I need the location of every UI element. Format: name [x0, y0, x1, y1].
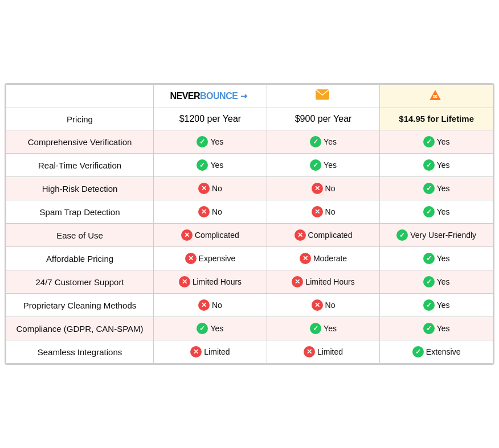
checkmark-icon: ✓ — [423, 323, 435, 334]
feature-cell: Ease of Use — [6, 224, 154, 247]
cross-no: ✕ Limited — [190, 346, 230, 357]
crossmark-icon: ✕ — [179, 276, 190, 287]
checkmark-icon: ✓ — [423, 136, 435, 147]
check-yes: ✓ Yes — [423, 253, 450, 264]
checkmark-icon: ✓ — [423, 206, 435, 217]
table-row: High-Risk Detection ✕ No ✕ No ✓ Yes — [6, 177, 493, 200]
cross-no: ✕ No — [198, 183, 222, 194]
table-cell: ✕ No — [154, 294, 267, 317]
neverbounce-header: NEVERBOUNCE — [154, 85, 267, 108]
check-yes: ✓ Extensive — [412, 346, 461, 357]
checkmark-icon: ✓ — [310, 323, 321, 334]
table-cell: ✕ Expensive — [154, 247, 267, 270]
feature-cell: Compliance (GDPR, CAN-SPAM) — [6, 317, 154, 340]
table-cell: $14.95 for Lifetime — [380, 108, 493, 130]
table-cell: ✕ Complicated — [267, 224, 380, 247]
table-row: Comprehensive Verification ✓ Yes ✓ Yes ✓… — [6, 130, 493, 154]
sendvalid-icon: ✉ — [429, 89, 441, 103]
neverbounce-arrow-icon — [241, 93, 250, 99]
check-yes: ✓ Yes — [310, 323, 337, 334]
table-cell: ✓ Yes — [154, 317, 267, 340]
table-cell: ✕ Limited Hours — [154, 270, 267, 294]
feature-column-header — [6, 85, 154, 108]
zerobounce-envelope-icon — [316, 89, 329, 102]
crossmark-icon: ✕ — [312, 183, 323, 194]
cross-no: ✕ No — [312, 183, 336, 194]
table-cell: ✓ Yes — [380, 130, 493, 154]
table-cell: $900 per Year — [267, 108, 380, 130]
sendvalid-header: ✉ — [380, 85, 493, 108]
zerobounce-header — [267, 85, 380, 108]
checkmark-icon: ✓ — [197, 136, 208, 147]
table-cell: ✓ Yes — [267, 154, 380, 177]
check-yes: ✓ Yes — [423, 206, 450, 217]
checkmark-icon: ✓ — [197, 323, 208, 334]
neverbounce-logo: NEVERBOUNCE — [170, 91, 250, 101]
crossmark-icon: ✕ — [185, 253, 197, 264]
table-cell: ✕ No — [267, 177, 380, 200]
cross-no: ✕ No — [198, 206, 222, 217]
table-cell: ✓ Yes — [380, 177, 493, 200]
crossmark-icon: ✕ — [181, 229, 193, 241]
table-cell: ✕ Limited Hours — [267, 270, 380, 294]
table-cell: ✓ Yes — [380, 247, 493, 270]
check-yes: ✓ Yes — [310, 159, 337, 171]
cross-no: ✕ Limited Hours — [292, 276, 354, 287]
feature-cell: Spam Trap Detection — [6, 200, 154, 224]
check-yes: ✓ Yes — [423, 276, 450, 287]
table-row: 24/7 Customer Support ✕ Limited Hours ✕ … — [6, 270, 493, 294]
crossmark-icon: ✕ — [312, 206, 323, 217]
cross-no: ✕ Limited — [304, 346, 343, 357]
table-row: Compliance (GDPR, CAN-SPAM) ✓ Yes ✓ Yes … — [6, 317, 493, 340]
table-cell: ✓ Extensive — [380, 340, 493, 364]
table-cell: ✕ No — [267, 200, 380, 224]
feature-cell: High-Risk Detection — [6, 177, 154, 200]
table-row: Pricing $1200 per Year $900 per Year $14… — [6, 108, 493, 130]
checkmark-icon: ✓ — [423, 299, 435, 311]
cross-no: ✕ Expensive — [185, 253, 236, 264]
cross-no: ✕ No — [312, 206, 336, 217]
crossmark-icon: ✕ — [300, 253, 311, 264]
feature-cell: Proprietary Cleaning Methods — [6, 294, 154, 317]
check-yes: ✓ Yes — [310, 136, 337, 147]
feature-cell: 24/7 Customer Support — [6, 270, 154, 294]
crossmark-icon: ✕ — [198, 183, 210, 194]
crossmark-icon: ✕ — [295, 229, 306, 241]
crossmark-icon: ✕ — [304, 346, 315, 357]
table-cell: ✕ Limited — [154, 340, 267, 364]
checkmark-icon: ✓ — [423, 253, 435, 264]
check-yes: ✓ Yes — [423, 136, 450, 147]
table-cell: ✓ Yes — [380, 200, 493, 224]
table-cell: ✕ Limited — [267, 340, 380, 364]
table-cell: ✓ Yes — [380, 317, 493, 340]
check-yes: ✓ Yes — [423, 323, 450, 334]
table-row: Seamless Integrations ✕ Limited ✕ Limite… — [6, 340, 493, 364]
sendvalid-price: $14.95 for Lifetime — [399, 114, 474, 124]
check-yes: ✓ Yes — [423, 159, 450, 171]
checkmark-icon: ✓ — [423, 276, 435, 287]
table-row: Real-Time Verification ✓ Yes ✓ Yes ✓ Yes — [6, 154, 493, 177]
checkmark-icon: ✓ — [310, 159, 321, 171]
feature-cell: Affordable Pricing — [6, 247, 154, 270]
feature-cell: Comprehensive Verification — [6, 130, 154, 154]
cross-no: ✕ No — [198, 299, 222, 311]
check-yes: ✓ Yes — [197, 159, 223, 171]
table-cell: ✓ Yes — [267, 317, 380, 340]
check-yes: ✓ Yes — [423, 183, 450, 194]
checkmark-icon: ✓ — [310, 136, 321, 147]
checkmark-icon: ✓ — [423, 183, 435, 194]
table-cell: ✕ No — [154, 177, 267, 200]
table-cell: ✓ Yes — [380, 270, 493, 294]
table-cell: ✓ Very User-Friendly — [380, 224, 493, 247]
check-yes: ✓ Yes — [197, 136, 223, 147]
crossmark-icon: ✕ — [292, 276, 303, 287]
check-yes: ✓ Very User-Friendly — [396, 229, 476, 241]
checkmark-icon: ✓ — [197, 159, 208, 171]
checkmark-icon: ✓ — [423, 159, 435, 171]
cross-no: ✕ Limited Hours — [179, 276, 242, 287]
feature-cell: Seamless Integrations — [6, 340, 154, 364]
table-row: Ease of Use ✕ Complicated ✕ Complicated … — [6, 224, 493, 247]
crossmark-icon: ✕ — [198, 206, 210, 217]
table-row: Affordable Pricing ✕ Expensive ✕ Moderat… — [6, 247, 493, 270]
table-cell: ✓ Yes — [267, 130, 380, 154]
